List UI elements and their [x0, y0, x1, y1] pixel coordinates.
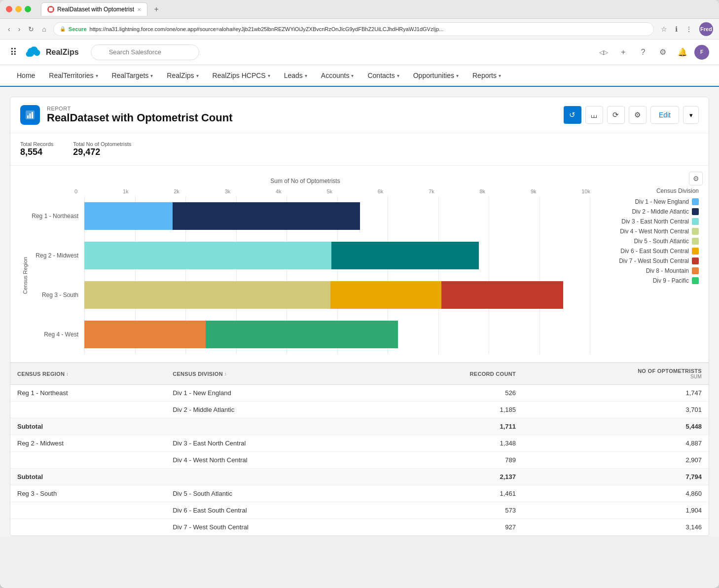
nav-reports-label: Reports — [472, 72, 497, 79]
bar-row-south: Reg 3 - South — [30, 275, 590, 315]
table-row: Div 6 - East South Central 573 1,904 — [10, 502, 709, 519]
table-row: Div 2 - Middle Atlantic 1,185 3,701 — [10, 402, 709, 418]
maximize-btn[interactable] — [25, 6, 31, 12]
x-tick-8: 8k — [480, 188, 486, 194]
stat-total-optometrists-value: 29,472 — [73, 147, 131, 157]
nav-leads[interactable]: Leads ▾ — [277, 65, 314, 86]
chart-body: Census Region — [20, 196, 590, 354]
th-census-division: CENSUS DIVISION ↕ — [166, 363, 380, 385]
th-record-count: RECORD COUNT — [380, 363, 523, 385]
nav-realterritories[interactable]: RealTerritories ▾ — [42, 65, 105, 86]
cell-division-8: Div 7 - West South Central — [166, 519, 380, 536]
refresh-report-btn[interactable]: ↺ — [564, 106, 581, 124]
nav-realtargets[interactable]: RealTargets ▾ — [105, 65, 160, 86]
report-type-label: REPORT — [47, 106, 564, 111]
cell-count-1: 1,185 — [380, 402, 523, 418]
nav-reports[interactable]: Reports ▾ — [466, 65, 508, 86]
new-tab-btn[interactable]: + — [149, 2, 163, 16]
add-btn[interactable]: + — [615, 44, 631, 60]
nav-menu: Home RealTerritories ▾ RealTargets ▾ Rea… — [0, 65, 719, 87]
cell-region-4 — [10, 452, 166, 469]
legend-div5-color — [692, 238, 699, 245]
nav-realterritories-label: RealTerritories — [49, 72, 93, 79]
bar-row-northeast: Reg 1 - Northeast — [30, 196, 590, 236]
cell-division-4: Div 4 - West North Central — [166, 452, 380, 469]
bookmark-btn[interactable]: ☆ — [659, 24, 669, 34]
browser-tab[interactable]: RealDataset with Optometrist ✕ — [41, 2, 147, 16]
legend-div8-label: Div 8 - Mountain — [646, 267, 689, 274]
window-buttons — [6, 6, 31, 12]
close-btn[interactable] — [6, 6, 12, 12]
reload-btn[interactable]: ⟳ — [607, 106, 625, 124]
search-input[interactable] — [91, 44, 199, 60]
minimize-btn[interactable] — [15, 6, 22, 12]
nav-buttons: ‹ › ↻ ⌂ — [6, 24, 48, 34]
nav-home-label: Home — [17, 72, 35, 79]
home-button[interactable]: ⌂ — [40, 24, 48, 34]
legend-div7: Div 7 - West South Central — [600, 257, 699, 264]
report-label-group: REPORT RealDataset with Optometrist Coun… — [47, 106, 564, 124]
legend-div9-color — [692, 277, 699, 284]
nav-realzips-hcpcs[interactable]: RealZips HCPCS ▾ — [206, 65, 277, 86]
cell-region-subtotal-2: Subtotal — [10, 469, 166, 485]
more-actions-btn[interactable]: ▾ — [683, 106, 699, 124]
nav-accounts[interactable]: Accounts ▾ — [314, 65, 361, 86]
table-body: Reg 1 - Northeast Div 1 - New England 52… — [10, 385, 709, 536]
tab-bar: RealDataset with Optometrist ✕ + — [41, 2, 713, 16]
menu-btn[interactable]: ⋮ — [683, 24, 694, 34]
help-btn[interactable]: ? — [635, 44, 651, 60]
bar-seg-s-div5 — [84, 281, 330, 309]
settings-btn[interactable]: ⚙ — [655, 44, 671, 60]
url-text: https://na31.lightning.force.com/one/one… — [90, 26, 647, 32]
user-avatar[interactable]: Fred — [699, 22, 713, 36]
address-input[interactable]: 🔒 Secure https://na31.lightning.force.co… — [53, 22, 654, 36]
address-actions: ☆ ℹ ⋮ — [659, 24, 694, 34]
stat-total-optometrists-label: Total No of Optometrists — [73, 141, 131, 147]
nav-accounts-label: Accounts — [321, 72, 350, 79]
nav-home[interactable]: Home — [10, 65, 42, 86]
user-nav-avatar[interactable]: F — [694, 45, 709, 60]
nav-realzips[interactable]: RealZips ▾ — [160, 65, 205, 86]
stat-total-records-label: Total Records — [20, 141, 53, 147]
bar-row-west: Reg 4 - West — [30, 315, 590, 354]
x-tick-0: 0 — [74, 188, 77, 194]
lock-icon: 🔒 — [60, 26, 66, 32]
bars-area-south — [84, 281, 590, 309]
bar-seg-w-div9 — [206, 321, 398, 348]
tab-close-icon[interactable]: ✕ — [137, 7, 141, 12]
info-btn[interactable]: ℹ — [673, 24, 680, 34]
filter-btn[interactable]: ⧢ — [585, 106, 603, 124]
svg-point-3 — [26, 51, 32, 57]
chart-settings-btn[interactable]: ⚙ — [689, 172, 703, 185]
nav-opportunities[interactable]: Opportunities ▾ — [406, 65, 466, 86]
history-btn[interactable]: ◁▷ — [596, 44, 611, 60]
gear-report-btn[interactable]: ⚙ — [629, 106, 647, 124]
bar-seg-ne-div2 — [173, 202, 360, 230]
nav-reports-arrow: ▾ — [499, 73, 501, 78]
nav-realterritories-arrow: ▾ — [96, 73, 98, 78]
th-census-division-sort[interactable]: CENSUS DIVISION ↕ — [173, 371, 227, 377]
table-head: CENSUS REGION ↕ CENSUS DIVISION ↕ — [10, 363, 709, 385]
cell-division-subtotal-2 — [166, 469, 380, 485]
nav-contacts[interactable]: Contacts ▾ — [360, 65, 406, 86]
report-icon-svg — [24, 109, 36, 121]
refresh-button[interactable]: ↻ — [26, 24, 36, 34]
cell-count-3: 1,348 — [380, 435, 523, 452]
report-icon — [20, 105, 40, 125]
cell-division-3: Div 3 - East North Central — [166, 435, 380, 452]
edit-btn[interactable]: Edit — [650, 106, 679, 124]
cell-count-subtotal-1: 1,711 — [380, 418, 523, 435]
back-button[interactable]: ‹ — [6, 24, 12, 34]
notification-btn[interactable]: 🔔 — [675, 44, 690, 60]
th-census-region-sort[interactable]: CENSUS REGION ↕ — [17, 371, 69, 377]
bar-label-west: Reg 4 - West — [30, 331, 84, 338]
app-grid-icon[interactable]: ⠿ — [10, 46, 17, 58]
legend-div8-color — [692, 267, 699, 274]
bar-seg-s-div7 — [441, 281, 563, 309]
forward-button[interactable]: › — [16, 24, 23, 34]
tab-favicon — [47, 6, 54, 13]
legend-div6: Div 6 - East South Central — [600, 248, 699, 255]
legend-div6-color — [692, 248, 699, 255]
cell-opto-1: 3,701 — [523, 402, 709, 418]
bar-label-south: Reg 3 - South — [30, 292, 84, 298]
